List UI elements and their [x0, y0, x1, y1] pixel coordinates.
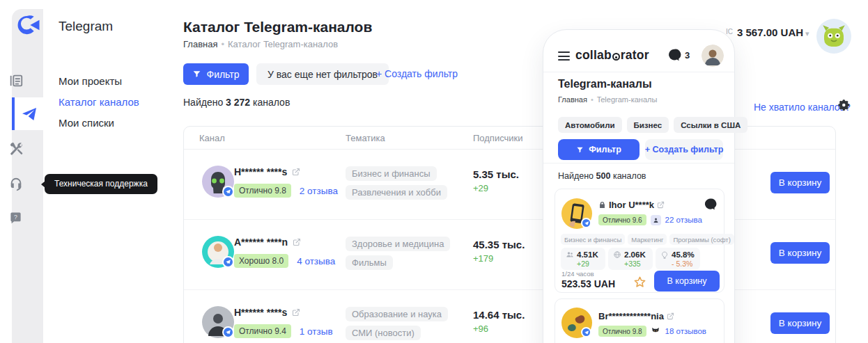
- channel-name[interactable]: H****** ****s: [234, 307, 300, 318]
- support-tooltip-text: Техническая поддержка: [54, 179, 148, 189]
- channel-name[interactable]: A****** ****n: [234, 237, 301, 248]
- external-link-icon[interactable]: [667, 312, 674, 320]
- settings-gear-button[interactable]: [838, 99, 851, 114]
- chat-bubble-icon: [704, 198, 717, 211]
- results-count: Найдено 3 272 каналов: [183, 97, 290, 108]
- reviews-link[interactable]: 22 отзыва: [665, 216, 702, 224]
- subscribers-value: 5.35 тыс.: [473, 168, 519, 180]
- sidebar-item-tools[interactable]: [0, 141, 31, 157]
- reviews-link[interactable]: 4 отзыва: [297, 256, 335, 266]
- topic-pill: Бизнес и финансы: [561, 234, 625, 245]
- subscribers-delta: +179: [473, 253, 493, 264]
- add-to-cart-button[interactable]: В корзину: [770, 172, 830, 193]
- sidebar-item-support[interactable]: [0, 176, 31, 191]
- channel-name[interactable]: Ihor U****k: [598, 200, 665, 210]
- phone-breadcrumb: Главная•Telegram-каналы: [558, 95, 657, 104]
- funnel-icon: [192, 70, 201, 79]
- sidebar-item-projects[interactable]: [0, 73, 31, 88]
- sidebar-item-my-lists[interactable]: Мои списки: [59, 117, 114, 129]
- external-link-icon[interactable]: [657, 201, 665, 209]
- channel-name[interactable]: H****** ****s: [234, 166, 300, 177]
- monster-avatar-icon: [819, 22, 848, 51]
- channel-name-text: H****** ****s: [234, 307, 287, 318]
- phone-create-filter-button[interactable]: + Создать фильтр: [645, 139, 723, 160]
- sidebar-item-help[interactable]: ?: [0, 212, 31, 225]
- balance-dropdown[interactable]: 3 567.00 UAH▾: [737, 26, 809, 38]
- lock-icon: [598, 201, 606, 209]
- phone-breadcrumb-home[interactable]: Главная: [558, 95, 587, 104]
- page-title: Каталог Telegram-каналов: [183, 19, 372, 35]
- followers-icon: [566, 250, 574, 259]
- stat-value: 4.51K: [577, 250, 598, 259]
- reviews-link[interactable]: 18 отзывов: [665, 327, 706, 335]
- brand-left: collab: [575, 48, 612, 63]
- channel-name-text: Br************nia: [598, 311, 664, 321]
- sidebar-item-my-projects[interactable]: Мои проекты: [59, 75, 122, 87]
- phone-mockup: collabrator 3 Telegram-каналы Главная•Te…: [543, 29, 735, 343]
- rating-badge: Отлично 9.6: [598, 214, 646, 225]
- collaborator-wordmark: collabrator: [575, 48, 649, 63]
- star-icon: [633, 276, 646, 289]
- subscribers-value: 14.64 тыс.: [473, 309, 525, 321]
- phone-results-suffix: каналов: [613, 171, 646, 181]
- column-channel: Канал: [199, 127, 225, 150]
- channel-name[interactable]: Br************nia: [598, 311, 674, 321]
- channel-avatar[interactable]: [561, 308, 592, 338]
- external-link-icon[interactable]: [292, 168, 300, 176]
- cat-badge-icon: [651, 326, 661, 337]
- create-filter-link[interactable]: + Создать фильтр: [376, 68, 458, 79]
- breadcrumb-home[interactable]: Главная: [183, 39, 217, 49]
- phone-user-avatar[interactable]: [702, 45, 724, 67]
- channel-avatar[interactable]: [202, 306, 234, 338]
- stat-delta: - 5.3%: [672, 260, 695, 268]
- filter-button[interactable]: Фильтр: [183, 63, 249, 85]
- stat-delta: +335: [624, 260, 648, 268]
- phone-filter-button[interactable]: Фильтр: [558, 139, 640, 160]
- card-chat-button[interactable]: [704, 198, 717, 214]
- user-avatar[interactable]: [816, 19, 851, 54]
- telegram-plane-icon: [21, 106, 38, 122]
- channel-avatar[interactable]: [202, 236, 234, 268]
- hamburger-menu-button[interactable]: [558, 51, 570, 61]
- telegram-badge-icon: [222, 186, 234, 198]
- chat-button[interactable]: [667, 48, 681, 65]
- channel-avatar[interactable]: [202, 166, 234, 198]
- topic-pills: Здоровье и медицина Фильмы: [346, 237, 450, 270]
- tag-cars[interactable]: Автомобили: [558, 117, 622, 133]
- collaborator-logo[interactable]: [17, 15, 40, 38]
- phone-add-to-cart-button[interactable]: В корзину: [654, 271, 720, 292]
- column-subscribers: Подписчики: [473, 127, 523, 150]
- breadcrumb-separator: •: [221, 39, 224, 49]
- reviews-link[interactable]: 1 отзыв: [300, 326, 333, 337]
- channel-name-text: H****** ****s: [234, 166, 287, 177]
- favorite-star-button[interactable]: [633, 276, 646, 292]
- rating-badge: Отлично 9.8: [598, 326, 646, 337]
- sidebar-item-telegram-active[interactable]: [12, 97, 43, 130]
- quick-filter-tags: Автомобили Бизнес Ссылки в США: [558, 117, 747, 133]
- results-count-suffix: каналов: [253, 97, 290, 108]
- sidebar-item-channel-catalog[interactable]: Каталог каналов: [59, 96, 139, 108]
- results-count-prefix: Найдено: [183, 97, 223, 108]
- stat-value: 45.8%: [672, 250, 695, 259]
- external-link-icon[interactable]: [293, 238, 301, 246]
- no-filters-chip[interactable]: У вас еще нет фильтров: [256, 63, 389, 85]
- bulb-icon: [660, 250, 669, 259]
- tag-usa-links[interactable]: Ссылки в США: [674, 117, 747, 133]
- stat-er: 45.8% - 5.3%: [656, 248, 700, 270]
- reviews-link[interactable]: 2 отзыва: [300, 186, 338, 196]
- channel-name-text: Ihor U****k: [609, 200, 654, 210]
- chevron-down-icon: ▾: [805, 29, 809, 38]
- phone-filter-label: Фильтр: [589, 145, 621, 154]
- phone-channel-card: Br************nia Отлично 9.8 18 отзывов: [555, 298, 724, 343]
- need-more-channels-link[interactable]: Не хватило каналов?: [754, 102, 851, 113]
- add-to-cart-button[interactable]: В корзину: [770, 312, 830, 334]
- chat-count-badge: 3: [685, 50, 690, 61]
- external-link-icon[interactable]: [292, 308, 300, 317]
- phone-page-title: Telegram-каналы: [558, 78, 652, 90]
- channel-avatar[interactable]: [561, 198, 592, 229]
- phone-section-divider: [543, 163, 734, 163]
- add-to-cart-button[interactable]: В корзину: [770, 242, 830, 264]
- brand-o-glyph: [612, 53, 620, 61]
- topic-pills: Бизнес и финансы Развлечения и хобби: [346, 166, 447, 200]
- tag-business[interactable]: Бизнес: [627, 117, 669, 133]
